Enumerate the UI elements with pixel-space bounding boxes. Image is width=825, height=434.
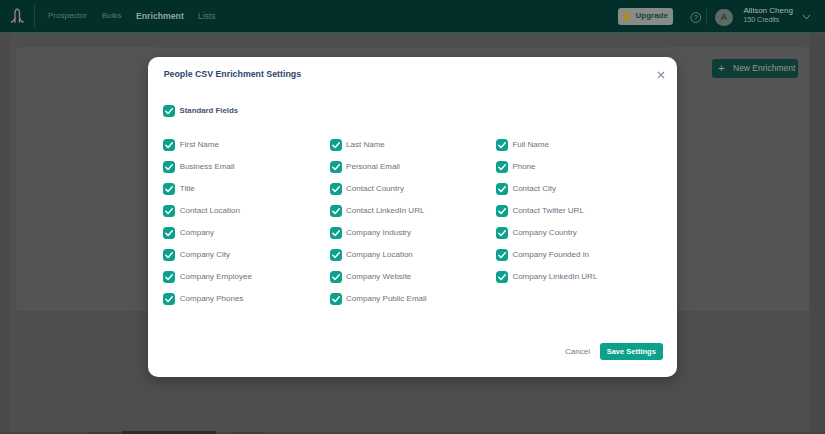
- svg-text:?: ?: [693, 13, 697, 22]
